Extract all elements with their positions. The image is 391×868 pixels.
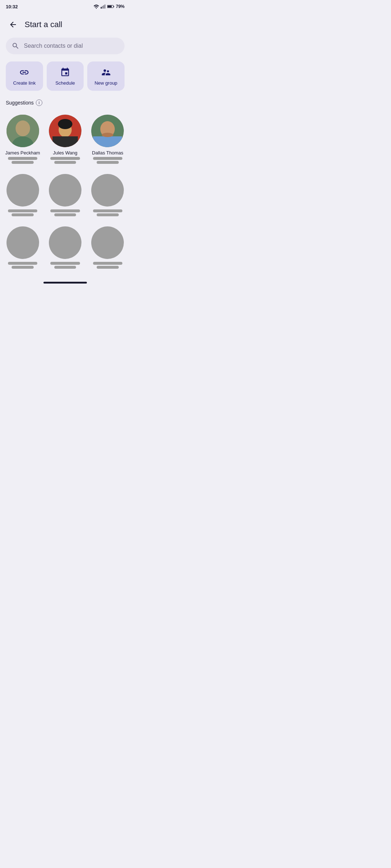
header: Start a call [0, 12, 130, 35]
svg-rect-4 [104, 4, 105, 8]
info-icon[interactable]: i [36, 99, 42, 106]
page-title: Start a call [25, 20, 62, 29]
search-icon [12, 42, 20, 50]
new-group-button[interactable]: New group [87, 61, 125, 91]
contact-avatar-jules-wang [49, 115, 81, 147]
skeleton-contact-4[interactable] [3, 224, 42, 273]
contact-item-jules-wang[interactable]: Jules Wang [45, 112, 85, 168]
skeleton-contact-2[interactable] [45, 171, 85, 221]
suggestions-header: Suggestions i [0, 98, 130, 112]
dallas-thomas-photo [91, 115, 124, 147]
skeleton-avatar-6 [91, 226, 124, 259]
james-peckham-photo [7, 115, 39, 147]
skeleton-avatar-4 [7, 226, 39, 259]
skeleton-contact-3[interactable] [88, 171, 127, 221]
skeleton-bar-4a [8, 262, 37, 265]
skeleton-contact-6[interactable] [88, 224, 127, 273]
skeleton-avatar-1 [7, 174, 39, 207]
skeleton-avatar-3 [91, 174, 124, 207]
status-icons: 79% [93, 4, 125, 9]
contact-detail-bar-short [97, 161, 119, 164]
skeleton-bar-3b [97, 213, 119, 216]
home-indicator [43, 282, 87, 284]
contact-detail-bar-short [54, 161, 76, 164]
contact-avatar-james-peckham [7, 115, 39, 147]
contact-detail-bar-short [12, 161, 34, 164]
battery-percent: 79% [116, 4, 125, 9]
svg-rect-7 [108, 6, 112, 8]
contact-item-james-peckham[interactable]: James Peckham [3, 112, 42, 168]
skeleton-avatar-2 [49, 174, 81, 207]
new-group-label: New group [94, 80, 117, 86]
create-link-button[interactable]: Create link [6, 61, 43, 91]
svg-point-0 [96, 8, 97, 9]
contact-name-dallas-thomas: Dallas Thomas [92, 150, 123, 156]
skeleton-contact-5[interactable] [45, 224, 85, 273]
skeleton-bar-5a [50, 262, 80, 265]
action-buttons: Create link Schedule New group [0, 60, 130, 98]
skeleton-contact-1[interactable] [3, 171, 42, 221]
status-time: 10:32 [6, 4, 18, 9]
svg-rect-2 [102, 6, 103, 9]
link-icon [19, 67, 29, 77]
battery-icon [107, 4, 114, 9]
contact-name-james-peckham: James Peckham [5, 150, 40, 156]
wifi-icon [93, 4, 99, 9]
bottom-bar [0, 276, 130, 289]
svg-rect-1 [101, 7, 102, 8]
skeleton-bar-1a [8, 209, 37, 212]
skeleton-bar-2b [54, 213, 76, 216]
skeleton-bar-3a [93, 209, 122, 212]
search-placeholder: Search contacts or dial [24, 43, 83, 49]
contact-name-jules-wang: Jules Wang [53, 150, 77, 156]
skeleton-bar-6b [97, 266, 119, 269]
svg-rect-13 [7, 115, 39, 147]
skeleton-bar-4b [12, 266, 34, 269]
search-bar[interactable]: Search contacts or dial [6, 38, 125, 54]
svg-rect-3 [103, 5, 104, 9]
contact-item-dallas-thomas[interactable]: Dallas Thomas [88, 112, 127, 168]
contact-avatar-dallas-thomas [91, 115, 124, 147]
group-icon [101, 67, 111, 77]
suggestions-title: Suggestions [6, 100, 34, 106]
back-arrow-icon [9, 20, 17, 29]
status-bar: 10:32 79% [0, 0, 130, 12]
skeleton-bar-6a [93, 262, 122, 265]
svg-rect-22 [93, 136, 122, 147]
contact-detail-bar [8, 157, 37, 160]
svg-rect-17 [52, 136, 78, 147]
skeleton-avatar-5 [49, 226, 81, 259]
schedule-label: Schedule [55, 80, 75, 86]
svg-rect-6 [113, 6, 114, 7]
create-link-label: Create link [13, 80, 35, 86]
signal-icon [101, 4, 106, 9]
skeleton-bar-1b [12, 213, 34, 216]
schedule-button[interactable]: Schedule [47, 61, 84, 91]
contact-detail-bar [93, 157, 122, 160]
jules-wang-photo [49, 115, 81, 147]
svg-point-23 [102, 133, 113, 137]
svg-point-18 [58, 119, 72, 129]
back-button[interactable] [6, 17, 20, 32]
contact-detail-bar [50, 157, 80, 160]
calendar-icon [60, 67, 70, 77]
skeleton-bar-2a [50, 209, 80, 212]
contacts-grid: James Peckham Jules Wang [0, 112, 130, 273]
skeleton-bar-5b [54, 266, 76, 269]
